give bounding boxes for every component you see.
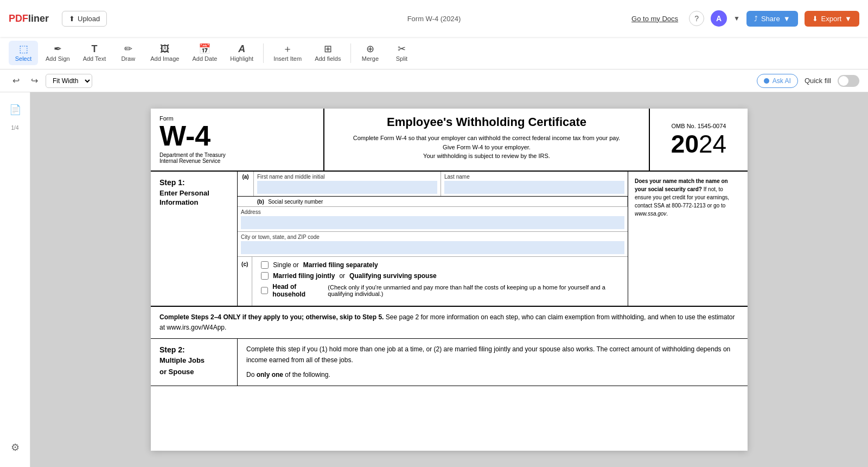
step2-label: Step 2: Multiple Jobs or Spouse — [151, 339, 238, 386]
form-subtitle2: Give Form W-4 to your employer. — [335, 143, 638, 152]
address-label: Address — [241, 209, 624, 215]
pdf-form: Form W-4 Department of the Treasury Inte… — [151, 109, 748, 451]
step2-paragraph2: Do only one of the following. — [246, 370, 739, 380]
add-date-icon: 📅 — [199, 44, 210, 54]
export-chevron: ▼ — [845, 15, 852, 23]
tool-draw[interactable]: ✏ Draw — [113, 41, 143, 65]
step1-label: Step 1: Enter Personal Information — [151, 172, 238, 306]
undo-button[interactable]: ↩ — [9, 74, 23, 88]
form-header-right: OMB No. 1545-0074 2024 — [650, 109, 748, 171]
merge-icon: ⊕ — [366, 44, 374, 54]
tool-highlight[interactable]: A Highlight — [225, 41, 259, 65]
step2-paragraph1: Complete this step if you (1) hold more … — [246, 344, 739, 365]
go-to-docs-button[interactable]: Go to my Docs — [627, 12, 682, 25]
checkbox-section: Single or Married filing separately Marr… — [252, 257, 628, 306]
form-w4-number: W-4 — [159, 122, 315, 150]
last-name-label: Last name — [444, 174, 624, 180]
sidebar-settings-icon[interactable]: ⚙ — [4, 437, 26, 458]
fit-width-select[interactable]: Fit Width — [46, 74, 92, 88]
checkbox-married-jointly[interactable] — [261, 272, 269, 280]
last-name-cell: Last name — [441, 172, 628, 196]
city-label: City or town, state, and ZIP code — [241, 234, 624, 240]
skip-note-bold: Complete Steps 2–4 ONLY if they apply to… — [159, 313, 384, 321]
tool-add-text[interactable]: T Add Text — [78, 41, 112, 65]
select-icon: ⬚ — [19, 44, 28, 54]
highlight-icon: A — [238, 44, 245, 54]
share-chevron: ▼ — [783, 15, 790, 23]
step1-fields: (a) First name and middle initial Last n… — [238, 172, 628, 306]
add-text-label: Add Text — [83, 55, 106, 62]
address-row: Address — [238, 207, 628, 232]
step2-number: Step 2: — [159, 345, 228, 354]
tool-add-image[interactable]: 🖼 Add Image — [145, 41, 184, 65]
help-button[interactable]: ? — [689, 11, 704, 26]
checkbox-area: (c) Single or Married filing separately … — [238, 256, 628, 306]
split-label: Split — [396, 55, 407, 62]
add-image-label: Add Image — [150, 55, 179, 62]
merge-label: Merge — [362, 55, 379, 62]
tool-add-sign[interactable]: ✒ Add Sign — [40, 41, 75, 65]
form-title: Employee's Withholding Certificate — [335, 115, 638, 129]
address-field: Address — [238, 207, 628, 231]
quick-fill-toggle[interactable] — [838, 75, 859, 87]
tool-insert-item[interactable]: ＋ Insert Item — [268, 41, 307, 65]
add-date-label: Add Date — [192, 55, 217, 62]
main-content: Form W-4 Department of the Treasury Inte… — [30, 92, 868, 467]
step1-area: Step 1: Enter Personal Information (a) F… — [151, 172, 748, 306]
insert-item-label: Insert Item — [273, 55, 302, 62]
logo-pdf: PDF — [9, 13, 28, 24]
quick-fill-label: Quick fill — [805, 77, 831, 85]
omb-text: OMB No. 1545-0074 — [672, 123, 726, 129]
form-subtitle1: Complete Form W-4 so that your employer … — [335, 134, 638, 143]
step1-sidenote: Does your name match the name on your so… — [628, 172, 748, 306]
share-icon: ⤴ — [754, 15, 758, 23]
ask-ai-button[interactable]: Ask AI — [757, 74, 798, 88]
city-input[interactable] — [241, 241, 624, 254]
step2-area: Step 2: Multiple Jobs or Spouse Complete… — [151, 339, 748, 386]
logo-liner: liner — [28, 13, 49, 24]
upload-button[interactable]: ⬆ Upload — [62, 11, 107, 27]
first-name-input[interactable] — [257, 181, 437, 194]
ssn-col-label: (b) Social security number — [254, 197, 628, 206]
checkbox2-bold: Qualifying surviving spouse — [349, 272, 437, 280]
upload-label: Upload — [78, 15, 100, 23]
tool-add-fields[interactable]: ⊞ Add fields — [309, 41, 346, 65]
address-input[interactable] — [241, 216, 624, 229]
checkbox1-bold: Married filing separately — [303, 261, 378, 269]
tool-merge[interactable]: ⊕ Merge — [355, 41, 385, 65]
export-icon: ⬇ — [812, 15, 818, 23]
add-text-icon: T — [91, 44, 97, 54]
form-subtitle3: Your withholding is subject to review by… — [335, 152, 638, 161]
form-header-left: Form W-4 Department of the Treasury Inte… — [151, 109, 324, 171]
topbar-right: Go to my Docs ? A ▼ ⤴ Share ▼ ⬇ Export ▼ — [627, 10, 859, 27]
avatar-button[interactable]: A — [711, 10, 727, 27]
add-sign-label: Add Sign — [46, 55, 70, 62]
add-fields-label: Add fields — [315, 55, 341, 62]
checkbox2-label: Married filing jointly — [273, 272, 335, 280]
draw-icon: ✏ — [124, 44, 132, 54]
tool-split[interactable]: ✂ Split — [387, 41, 416, 65]
col-c-label: (c) — [238, 257, 252, 306]
checkbox-head-of-household[interactable] — [261, 287, 268, 294]
step2-title1: Multiple Jobs — [159, 356, 228, 365]
share-button[interactable]: ⤴ Share ▼ — [746, 11, 798, 27]
tool-add-date[interactable]: 📅 Add Date — [187, 41, 222, 65]
col-b-spacer — [238, 197, 254, 206]
export-button[interactable]: ⬇ Export ▼ — [805, 11, 859, 27]
ask-ai-dot — [764, 78, 769, 84]
upload-icon: ⬆ — [69, 15, 75, 23]
checkbox-single[interactable] — [261, 261, 269, 269]
add-image-icon: 🖼 — [160, 44, 170, 54]
step1-number: Step 1: — [159, 178, 228, 187]
toolbar2: ↩ ↪ Fit Width Ask AI Quick fill — [0, 70, 868, 92]
split-icon: ✂ — [398, 44, 406, 54]
toolbar-divider-2 — [350, 43, 351, 63]
last-name-input[interactable] — [444, 181, 624, 194]
dept-label: Department of the Treasury — [159, 152, 315, 158]
add-sign-icon: ✒ — [54, 44, 62, 54]
tool-select[interactable]: ⬚ Select — [9, 41, 38, 65]
draw-label: Draw — [121, 55, 135, 62]
sidebar-pages-icon[interactable]: 📄 — [4, 99, 26, 121]
redo-button[interactable]: ↪ — [27, 74, 41, 88]
checkbox3-note: (Check only if you're unmarried and pay … — [328, 284, 619, 297]
